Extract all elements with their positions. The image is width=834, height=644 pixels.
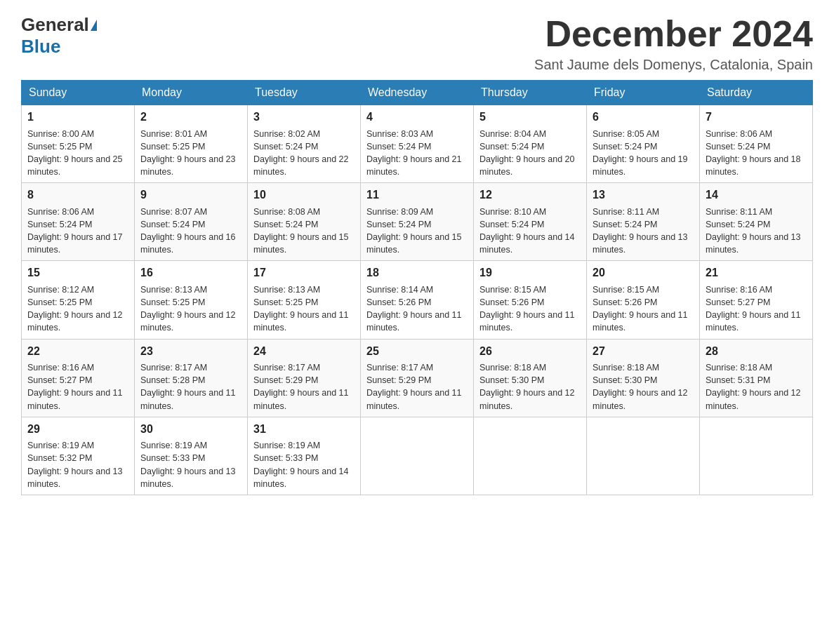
day-info: Sunrise: 8:18 AMSunset: 5:30 PMDaylight:… (479, 363, 575, 411)
calendar-day-cell: 2 Sunrise: 8:01 AMSunset: 5:25 PMDayligh… (135, 105, 248, 183)
calendar-day-cell: 11 Sunrise: 8:09 AMSunset: 5:24 PMDaylig… (361, 183, 474, 261)
day-number: 29 (27, 422, 128, 437)
calendar-day-cell: 24 Sunrise: 8:17 AMSunset: 5:29 PMDaylig… (248, 339, 361, 417)
day-info: Sunrise: 8:17 AMSunset: 5:29 PMDaylight:… (253, 363, 349, 411)
day-info: Sunrise: 8:10 AMSunset: 5:24 PMDaylight:… (479, 207, 575, 255)
day-info: Sunrise: 8:13 AMSunset: 5:25 PMDaylight:… (253, 285, 349, 333)
day-number: 2 (140, 109, 241, 125)
day-number: 7 (706, 109, 807, 125)
header-friday: Friday (587, 81, 700, 105)
day-info: Sunrise: 8:16 AMSunset: 5:27 PMDaylight:… (706, 285, 801, 333)
calendar-day-cell: 18 Sunrise: 8:14 AMSunset: 5:26 PMDaylig… (361, 261, 474, 339)
weekday-header-row: Sunday Monday Tuesday Wednesday Thursday… (22, 81, 813, 105)
day-info: Sunrise: 8:08 AMSunset: 5:24 PMDaylight:… (253, 207, 349, 255)
header-sunday: Sunday (22, 81, 135, 105)
day-number: 6 (593, 109, 694, 125)
day-info: Sunrise: 8:16 AMSunset: 5:27 PMDaylight:… (27, 363, 123, 411)
calendar-day-cell: 1 Sunrise: 8:00 AMSunset: 5:25 PMDayligh… (22, 105, 135, 183)
calendar-day-cell: 6 Sunrise: 8:05 AMSunset: 5:24 PMDayligh… (587, 105, 700, 183)
calendar-day-cell: 29 Sunrise: 8:19 AMSunset: 5:32 PMDaylig… (22, 417, 135, 495)
calendar-day-cell: 30 Sunrise: 8:19 AMSunset: 5:33 PMDaylig… (135, 417, 248, 495)
day-number: 14 (706, 187, 807, 203)
day-number: 25 (366, 344, 468, 359)
header-tuesday: Tuesday (248, 81, 361, 105)
day-number: 17 (253, 265, 355, 281)
day-number: 30 (140, 422, 241, 437)
calendar-day-cell: 8 Sunrise: 8:06 AMSunset: 5:24 PMDayligh… (22, 183, 135, 261)
calendar-week-row: 8 Sunrise: 8:06 AMSunset: 5:24 PMDayligh… (22, 183, 813, 261)
day-number: 11 (366, 187, 468, 203)
day-info: Sunrise: 8:00 AMSunset: 5:25 PMDaylight:… (27, 129, 123, 177)
day-info: Sunrise: 8:19 AMSunset: 5:33 PMDaylight:… (140, 441, 236, 489)
calendar-day-cell: 23 Sunrise: 8:17 AMSunset: 5:28 PMDaylig… (135, 339, 248, 417)
day-info: Sunrise: 8:03 AMSunset: 5:24 PMDaylight:… (366, 129, 462, 177)
day-number: 4 (366, 109, 468, 125)
day-number: 20 (593, 265, 694, 281)
day-info: Sunrise: 8:06 AMSunset: 5:24 PMDaylight:… (27, 207, 123, 255)
day-number: 5 (479, 109, 581, 125)
day-info: Sunrise: 8:19 AMSunset: 5:32 PMDaylight:… (27, 441, 123, 489)
page-header: General Blue December 2024 Sant Jaume de… (21, 14, 813, 73)
day-info: Sunrise: 8:17 AMSunset: 5:29 PMDaylight:… (366, 363, 462, 411)
day-info: Sunrise: 8:18 AMSunset: 5:31 PMDaylight:… (706, 363, 801, 411)
calendar-day-cell: 22 Sunrise: 8:16 AMSunset: 5:27 PMDaylig… (22, 339, 135, 417)
day-info: Sunrise: 8:12 AMSunset: 5:25 PMDaylight:… (27, 285, 123, 333)
calendar-day-cell: 28 Sunrise: 8:18 AMSunset: 5:31 PMDaylig… (700, 339, 813, 417)
day-number: 9 (140, 187, 241, 203)
calendar-week-row: 22 Sunrise: 8:16 AMSunset: 5:27 PMDaylig… (22, 339, 813, 417)
calendar-day-cell: 20 Sunrise: 8:15 AMSunset: 5:26 PMDaylig… (587, 261, 700, 339)
day-number: 3 (253, 109, 355, 125)
logo-general-text: General (21, 14, 89, 36)
calendar-day-cell: 16 Sunrise: 8:13 AMSunset: 5:25 PMDaylig… (135, 261, 248, 339)
calendar-table: Sunday Monday Tuesday Wednesday Thursday… (21, 80, 813, 495)
day-info: Sunrise: 8:15 AMSunset: 5:26 PMDaylight:… (593, 285, 688, 333)
day-info: Sunrise: 8:07 AMSunset: 5:24 PMDaylight:… (140, 207, 236, 255)
day-info: Sunrise: 8:02 AMSunset: 5:24 PMDaylight:… (253, 129, 349, 177)
calendar-week-row: 29 Sunrise: 8:19 AMSunset: 5:32 PMDaylig… (22, 417, 813, 495)
day-info: Sunrise: 8:06 AMSunset: 5:24 PMDaylight:… (706, 129, 801, 177)
calendar-day-cell: 7 Sunrise: 8:06 AMSunset: 5:24 PMDayligh… (700, 105, 813, 183)
day-number: 13 (593, 187, 694, 203)
calendar-day-cell (700, 417, 813, 495)
day-number: 23 (140, 344, 241, 359)
day-number: 15 (27, 265, 128, 281)
calendar-day-cell: 4 Sunrise: 8:03 AMSunset: 5:24 PMDayligh… (361, 105, 474, 183)
calendar-day-cell: 25 Sunrise: 8:17 AMSunset: 5:29 PMDaylig… (361, 339, 474, 417)
day-info: Sunrise: 8:18 AMSunset: 5:30 PMDaylight:… (593, 363, 688, 411)
day-number: 10 (253, 187, 355, 203)
day-number: 16 (140, 265, 241, 281)
header-saturday: Saturday (700, 81, 813, 105)
calendar-day-cell: 31 Sunrise: 8:19 AMSunset: 5:33 PMDaylig… (248, 417, 361, 495)
calendar-day-cell: 21 Sunrise: 8:16 AMSunset: 5:27 PMDaylig… (700, 261, 813, 339)
day-number: 28 (706, 344, 807, 359)
day-info: Sunrise: 8:09 AMSunset: 5:24 PMDaylight:… (366, 207, 462, 255)
day-info: Sunrise: 8:05 AMSunset: 5:24 PMDaylight:… (593, 129, 688, 177)
calendar-day-cell (587, 417, 700, 495)
calendar-day-cell: 14 Sunrise: 8:11 AMSunset: 5:24 PMDaylig… (700, 183, 813, 261)
header-monday: Monday (135, 81, 248, 105)
day-info: Sunrise: 8:14 AMSunset: 5:26 PMDaylight:… (366, 285, 462, 333)
day-info: Sunrise: 8:15 AMSunset: 5:26 PMDaylight:… (479, 285, 575, 333)
day-info: Sunrise: 8:04 AMSunset: 5:24 PMDaylight:… (479, 129, 575, 177)
day-number: 8 (27, 187, 128, 203)
calendar-day-cell: 19 Sunrise: 8:15 AMSunset: 5:26 PMDaylig… (474, 261, 587, 339)
day-number: 27 (593, 344, 694, 359)
day-number: 31 (253, 422, 355, 437)
calendar-week-row: 15 Sunrise: 8:12 AMSunset: 5:25 PMDaylig… (22, 261, 813, 339)
title-block: December 2024 Sant Jaume dels Domenys, C… (534, 14, 813, 73)
logo-blue-text: Blue (21, 36, 60, 57)
calendar-day-cell (474, 417, 587, 495)
calendar-day-cell: 12 Sunrise: 8:10 AMSunset: 5:24 PMDaylig… (474, 183, 587, 261)
day-info: Sunrise: 8:11 AMSunset: 5:24 PMDaylight:… (706, 207, 801, 255)
header-thursday: Thursday (474, 81, 587, 105)
day-info: Sunrise: 8:17 AMSunset: 5:28 PMDaylight:… (140, 363, 236, 411)
day-number: 22 (27, 344, 128, 359)
calendar-day-cell: 10 Sunrise: 8:08 AMSunset: 5:24 PMDaylig… (248, 183, 361, 261)
logo-triangle-icon (91, 20, 97, 31)
calendar-day-cell: 17 Sunrise: 8:13 AMSunset: 5:25 PMDaylig… (248, 261, 361, 339)
day-info: Sunrise: 8:13 AMSunset: 5:25 PMDaylight:… (140, 285, 236, 333)
calendar-day-cell: 15 Sunrise: 8:12 AMSunset: 5:25 PMDaylig… (22, 261, 135, 339)
day-number: 24 (253, 344, 355, 359)
day-number: 19 (479, 265, 581, 281)
calendar-day-cell: 5 Sunrise: 8:04 AMSunset: 5:24 PMDayligh… (474, 105, 587, 183)
